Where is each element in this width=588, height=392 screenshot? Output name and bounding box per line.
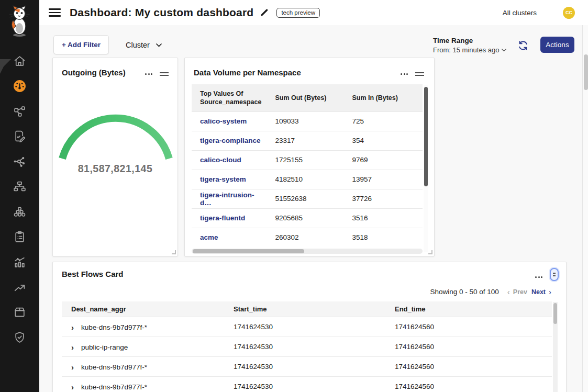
sidebar-item-logs-report[interactable] [0, 124, 39, 149]
sum-out-cell: 51552638 [267, 189, 343, 208]
package-box-icon [13, 306, 26, 319]
sum-in-cell: 354 [343, 131, 423, 150]
sum-out-cell: 109033 [267, 111, 343, 131]
card-drag-handle-icon[interactable] [160, 71, 169, 77]
cluster-filter-dropdown[interactable]: Cluster [126, 40, 162, 50]
menu-hamburger-icon[interactable] [49, 8, 61, 17]
sidebar-item-security[interactable] [0, 324, 39, 350]
namespace-link[interactable]: tigera-intrusion-d… [200, 191, 254, 207]
next-page-button[interactable]: Next [531, 288, 546, 296]
start-time-cell: 1741624530 [228, 357, 390, 377]
sidebar-item-threat-graph[interactable] [0, 149, 39, 174]
actions-button[interactable]: Actions [540, 37, 574, 53]
table-row: acme 260302 3518 [192, 228, 423, 247]
sum-in-cell: 37726 [343, 189, 423, 208]
dest-name-cell: kube-dns-9b7d977f-* [81, 323, 147, 331]
sidebar-item-home[interactable] [0, 48, 39, 73]
sidebar-item-trends[interactable] [0, 274, 39, 299]
table-row: calico-cloud 1725155 9769 [192, 150, 423, 170]
column-header-end-time[interactable]: End_time [390, 301, 552, 317]
chevron-down-icon [156, 43, 162, 47]
cluster-scope-selector[interactable]: All clusters [503, 9, 537, 17]
column-header-sum-in[interactable]: Sum In (Bytes) [343, 84, 423, 111]
bar-chart-trend-icon [13, 255, 26, 268]
card-resize-handle[interactable] [172, 250, 176, 254]
sum-out-cell: 1725155 [267, 150, 343, 170]
column-header-source-namespace[interactable]: Top Values Of Source_namespace [192, 84, 267, 111]
table-row: tigera-compliance 23317 354 [192, 131, 423, 150]
cluster-bubbles-icon [13, 205, 26, 218]
next-page-chevron-icon[interactable]: › [548, 288, 552, 296]
time-range-control: Time Range From: 15 minutes ago [433, 37, 506, 54]
table-row: tigera-fluentd 9205685 3516 [192, 208, 423, 228]
card-options-icon[interactable] [535, 274, 542, 280]
page-scrollbar[interactable] [582, 25, 588, 392]
end-time-cell: 1741624560 [390, 357, 552, 377]
prev-page-button[interactable]: Prev [513, 288, 527, 296]
card-options-icon[interactable] [401, 71, 408, 77]
sum-in-cell: 3518 [343, 228, 423, 247]
data-volume-table: Top Values Of Source_namespace Sum Out (… [192, 84, 423, 247]
best-flows-card: Best Flows Card Showing 0 - 50 of 100 ‹ … [52, 262, 567, 392]
column-header-start-time[interactable]: Start_time [228, 301, 390, 317]
cluster-filter-label: Cluster [126, 41, 150, 49]
card-title: Outgoing (Bytes) [62, 68, 126, 77]
table-row: tigera-system 4182510 13957 [192, 170, 423, 189]
table-row: calico-system 109033 725 [192, 111, 423, 131]
add-filter-button[interactable]: + Add Filter [53, 35, 109, 54]
namespace-link[interactable]: calico-cloud [200, 156, 241, 164]
table-vertical-scrollbar[interactable] [424, 85, 428, 252]
outgoing-bytes-card: Outgoing (Bytes) 81,587,821,145 [52, 58, 178, 256]
expand-row-chevron-icon[interactable]: › [71, 323, 74, 332]
chevron-down-icon [502, 49, 506, 52]
table-row: ›public-ip-range 1741624530 1741624560 [62, 337, 552, 357]
sum-out-cell: 9205685 [267, 208, 343, 228]
table-horizontal-scrollbar[interactable] [192, 249, 423, 254]
sum-out-cell: 4182510 [267, 170, 343, 189]
dashboard-gauge-icon [13, 80, 26, 93]
card-title: Data Volume per Namespace [194, 68, 301, 77]
card-resize-handle[interactable] [428, 250, 432, 254]
table-row: ›kube-dns-9b7d977f-* 1741624530 17416245… [62, 357, 552, 377]
expand-row-chevron-icon[interactable]: › [71, 363, 74, 372]
calico-cat-logo[interactable] [8, 5, 30, 38]
sidebar-item-statistics[interactable] [0, 249, 39, 274]
card-drag-handle-icon[interactable] [415, 71, 424, 77]
sidebar-item-policies[interactable] [0, 224, 39, 249]
sidebar-item-dashboards[interactable] [0, 73, 39, 98]
table-header-row: Dest_name_aggr Start_time End_time [62, 301, 552, 317]
user-avatar[interactable]: CC [563, 7, 575, 19]
sidebar-item-network-topology[interactable] [0, 174, 39, 199]
edit-dashboard-button[interactable] [260, 8, 269, 17]
namespace-link[interactable]: acme [200, 233, 218, 241]
card-options-icon[interactable] [145, 71, 152, 77]
time-range-label: Time Range [433, 37, 506, 44]
top-bar: Dashboard: My custom dashboard tech prev… [39, 0, 588, 25]
namespace-link[interactable]: tigera-compliance [200, 137, 261, 144]
dest-name-cell: kube-dns-9b7d977f-* [81, 383, 147, 391]
dest-name-cell: public-ip-range [81, 343, 128, 351]
namespace-link[interactable]: calico-system [200, 117, 247, 125]
card-drag-handle-icon-focused[interactable] [550, 268, 559, 281]
start-time-cell: 1741624530 [228, 377, 390, 392]
column-header-dest-name[interactable]: Dest_name_aggr [62, 301, 228, 317]
sum-in-cell: 13957 [343, 170, 423, 189]
expand-row-chevron-icon[interactable]: › [71, 343, 74, 352]
time-range-value-dropdown[interactable]: From: 15 minutes ago [433, 46, 506, 54]
tech-preview-badge: tech preview [276, 8, 320, 18]
sidebar-item-workloads[interactable] [0, 299, 39, 324]
refresh-button[interactable] [517, 40, 529, 51]
column-header-sum-out[interactable]: Sum Out (Bytes) [267, 84, 343, 111]
namespace-link[interactable]: tigera-system [200, 175, 246, 183]
table-vertical-scrollbar[interactable] [553, 302, 558, 392]
expand-row-chevron-icon[interactable]: › [71, 383, 74, 391]
pencil-icon [260, 8, 269, 17]
sidebar-item-clusters[interactable] [0, 199, 39, 224]
sum-out-cell: 23317 [267, 131, 343, 150]
sum-in-cell: 3516 [343, 208, 423, 228]
prev-page-chevron-icon[interactable]: ‹ [506, 288, 511, 296]
namespace-link[interactable]: tigera-fluentd [200, 214, 245, 222]
end-time-cell: 1741624560 [390, 337, 552, 357]
gauge-chart [58, 107, 174, 161]
sidebar-item-service-graph[interactable] [0, 98, 39, 124]
